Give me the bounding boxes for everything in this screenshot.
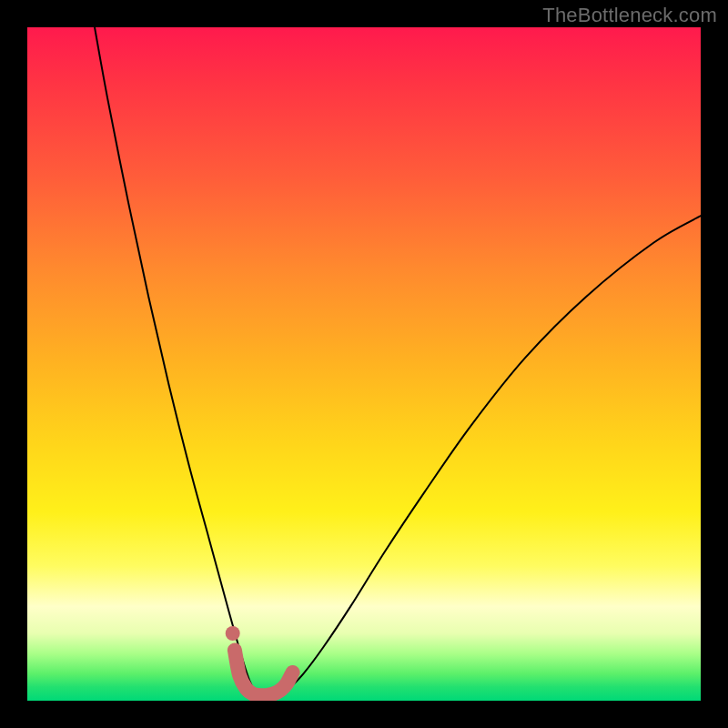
chart-overlay (27, 27, 701, 701)
curve-layer (95, 27, 701, 695)
marker-dot (226, 626, 240, 641)
bottleneck-curve-path (95, 27, 701, 695)
highlight-layer (235, 651, 293, 696)
plot-area (27, 27, 701, 701)
highlight-valley-path (235, 651, 293, 696)
watermark-text: TheBottleneck.com (542, 4, 717, 27)
points-layer (226, 626, 240, 641)
chart-frame: TheBottleneck.com (0, 0, 728, 728)
